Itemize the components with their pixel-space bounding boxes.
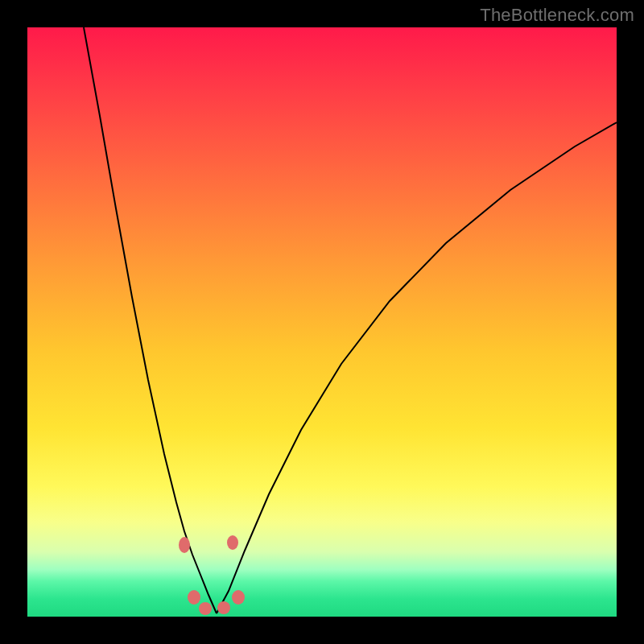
curve-right-branch — [217, 122, 617, 613]
plot-area — [27, 27, 617, 617]
trough-dot — [227, 535, 238, 550]
outer-frame: TheBottleneck.com — [0, 0, 644, 644]
trough-dot — [199, 602, 212, 615]
attribution-text: TheBottleneck.com — [480, 5, 634, 26]
trough-dot — [188, 590, 200, 605]
curve-left-branch — [84, 27, 217, 613]
chart-svg — [27, 27, 617, 617]
trough-dot — [217, 601, 230, 614]
trough-dot — [232, 590, 245, 605]
trough-dot — [179, 537, 190, 553]
